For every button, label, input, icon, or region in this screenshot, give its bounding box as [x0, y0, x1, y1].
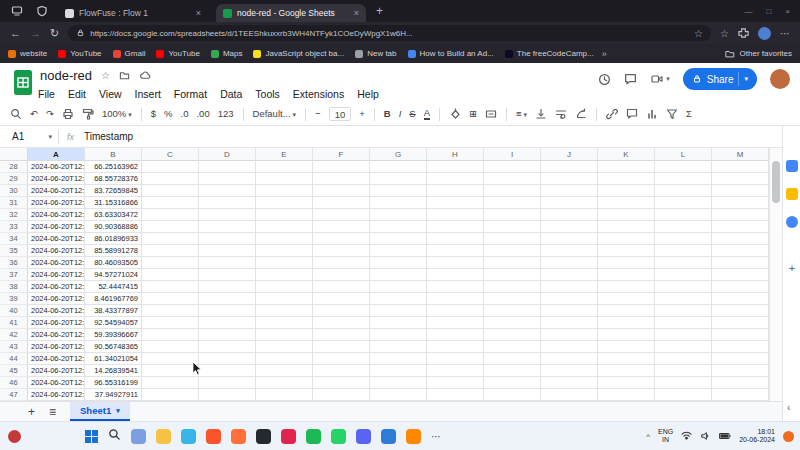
cell-empty[interactable] — [256, 329, 313, 341]
cell-empty[interactable] — [598, 245, 655, 257]
back-icon[interactable]: ← — [10, 28, 21, 39]
cell-empty[interactable] — [256, 161, 313, 173]
cell-timestamp[interactable]: 2024-06-20T12: — [28, 329, 85, 341]
cell-value[interactable]: 14.26839541 — [85, 365, 142, 377]
cell-empty[interactable] — [199, 365, 256, 377]
cell-value[interactable]: 90.90368886 — [85, 221, 142, 233]
cell-value[interactable]: 83.72659845 — [85, 185, 142, 197]
share-button[interactable]: Share ▾ — [683, 68, 757, 90]
cell-empty[interactable] — [370, 317, 427, 329]
cell-empty[interactable] — [313, 353, 370, 365]
menu-item[interactable]: View — [99, 88, 122, 100]
decrease-font-size-button[interactable]: − — [315, 109, 321, 119]
cell-empty[interactable] — [142, 161, 199, 173]
cell-empty[interactable] — [484, 173, 541, 185]
cell-empty[interactable] — [142, 329, 199, 341]
cell-empty[interactable] — [313, 377, 370, 389]
cloud-status-icon[interactable] — [139, 70, 151, 81]
cell-value[interactable]: 96.55316199 — [85, 377, 142, 389]
cell-empty[interactable] — [370, 233, 427, 245]
cell-empty[interactable] — [313, 209, 370, 221]
cell-value[interactable]: 59.39396667 — [85, 329, 142, 341]
cell-empty[interactable] — [199, 281, 256, 293]
cell-empty[interactable] — [655, 173, 712, 185]
cell-empty[interactable] — [712, 377, 769, 389]
cell-empty[interactable] — [142, 377, 199, 389]
cell-empty[interactable] — [313, 341, 370, 353]
cell-empty[interactable] — [370, 257, 427, 269]
comment-icon[interactable] — [624, 73, 637, 86]
cell-empty[interactable] — [256, 281, 313, 293]
cell-empty[interactable] — [427, 257, 484, 269]
cell-empty[interactable] — [199, 221, 256, 233]
cell-empty[interactable] — [427, 233, 484, 245]
cell-empty[interactable] — [427, 269, 484, 281]
cell-empty[interactable] — [598, 377, 655, 389]
bookmark-item[interactable]: Gmail — [113, 49, 146, 58]
cell-empty[interactable] — [256, 305, 313, 317]
taskbar-overflow-icon[interactable]: ⋯ — [431, 431, 441, 442]
cell-empty[interactable] — [655, 269, 712, 281]
decrease-decimal-button[interactable]: .0 — [181, 109, 189, 119]
vertical-scrollbar[interactable] — [769, 148, 782, 401]
cell-empty[interactable] — [712, 197, 769, 209]
cell-empty[interactable] — [541, 329, 598, 341]
cell-empty[interactable] — [655, 197, 712, 209]
row-number[interactable]: 39 — [0, 293, 28, 305]
cell-empty[interactable] — [427, 317, 484, 329]
bold-button[interactable]: B — [384, 109, 391, 119]
cell-empty[interactable] — [370, 389, 427, 401]
cell-empty[interactable] — [598, 305, 655, 317]
cell-empty[interactable] — [655, 281, 712, 293]
text-wrap-icon[interactable] — [555, 108, 567, 120]
cell-empty[interactable] — [541, 161, 598, 173]
cell-empty[interactable] — [484, 293, 541, 305]
column-header[interactable]: K — [598, 148, 655, 161]
cell-empty[interactable] — [484, 269, 541, 281]
cell-empty[interactable] — [370, 185, 427, 197]
cell-value[interactable]: 31.15316866 — [85, 197, 142, 209]
vertical-align-icon[interactable] — [535, 108, 547, 120]
cell-empty[interactable] — [256, 185, 313, 197]
meet-icon[interactable]: ▾ — [650, 73, 670, 85]
cell-empty[interactable] — [370, 281, 427, 293]
menu-item[interactable]: File — [38, 88, 55, 100]
cell-empty[interactable] — [541, 305, 598, 317]
all-sheets-icon[interactable]: ≡ — [49, 406, 56, 418]
column-header[interactable]: F — [313, 148, 370, 161]
history-icon[interactable] — [598, 73, 611, 86]
column-header[interactable]: L — [655, 148, 712, 161]
insert-link-icon[interactable] — [606, 108, 618, 120]
cell-empty[interactable] — [370, 269, 427, 281]
taskbar-app[interactable] — [156, 429, 171, 444]
cell-empty[interactable] — [598, 209, 655, 221]
cell-empty[interactable] — [199, 293, 256, 305]
cell-empty[interactable] — [541, 389, 598, 401]
cell-empty[interactable] — [712, 161, 769, 173]
cell-empty[interactable] — [712, 221, 769, 233]
cell-empty[interactable] — [484, 221, 541, 233]
cell-empty[interactable] — [598, 365, 655, 377]
text-rotate-icon[interactable] — [575, 108, 587, 120]
taskbar-app[interactable] — [381, 429, 396, 444]
cell-empty[interactable] — [199, 377, 256, 389]
cell-empty[interactable] — [370, 377, 427, 389]
cell-empty[interactable] — [199, 341, 256, 353]
cell-empty[interactable] — [484, 185, 541, 197]
cell-empty[interactable] — [655, 161, 712, 173]
cell-empty[interactable] — [598, 197, 655, 209]
cell-empty[interactable] — [484, 341, 541, 353]
taskbar-app[interactable] — [306, 429, 321, 444]
notification-badge[interactable] — [783, 431, 794, 442]
cell-empty[interactable] — [598, 353, 655, 365]
cell-empty[interactable] — [370, 245, 427, 257]
minimize-icon[interactable]: — — [744, 7, 752, 16]
favorites-icon[interactable]: ☆ — [720, 28, 729, 39]
taskbar-app[interactable] — [231, 429, 246, 444]
row-number[interactable]: 35 — [0, 245, 28, 257]
cell-empty[interactable] — [598, 329, 655, 341]
cell-empty[interactable] — [370, 197, 427, 209]
cell-timestamp[interactable]: 2024-06-20T12: — [28, 377, 85, 389]
cell-empty[interactable] — [655, 341, 712, 353]
bookmarks-overflow-icon[interactable]: » — [602, 49, 607, 59]
